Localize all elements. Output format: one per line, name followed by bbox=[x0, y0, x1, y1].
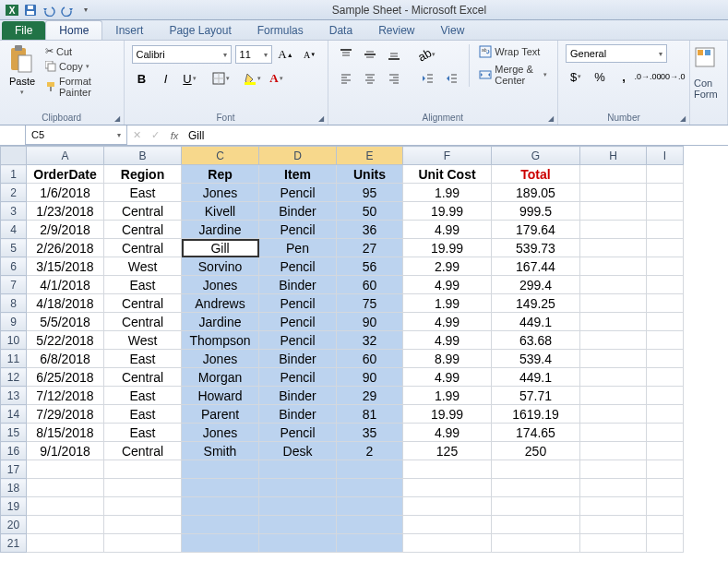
increase-indent-button[interactable] bbox=[441, 68, 461, 89]
cell[interactable] bbox=[647, 534, 684, 553]
cell[interactable] bbox=[337, 460, 403, 479]
cell[interactable] bbox=[647, 239, 684, 257]
align-left-button[interactable] bbox=[336, 68, 356, 89]
cell[interactable]: 95 bbox=[337, 184, 403, 202]
cell[interactable]: 999.5 bbox=[492, 202, 580, 221]
borders-button[interactable]: ▾ bbox=[211, 68, 232, 89]
cell[interactable] bbox=[647, 479, 684, 497]
cell[interactable]: Pencil bbox=[259, 257, 337, 276]
row-header[interactable]: 18 bbox=[1, 479, 27, 497]
cell[interactable]: 81 bbox=[337, 405, 403, 424]
bold-button[interactable]: B bbox=[132, 68, 152, 89]
cell[interactable] bbox=[182, 497, 259, 516]
cell[interactable] bbox=[580, 313, 647, 331]
cell[interactable] bbox=[580, 294, 647, 313]
cell[interactable]: Jardine bbox=[182, 221, 259, 239]
align-center-button[interactable] bbox=[360, 68, 380, 89]
cell[interactable]: 149.25 bbox=[492, 294, 580, 313]
cell[interactable]: Units bbox=[337, 165, 403, 184]
accounting-format-button[interactable]: $▾ bbox=[566, 66, 586, 87]
cell[interactable]: Rep bbox=[182, 165, 259, 184]
cell[interactable]: 90 bbox=[337, 313, 403, 331]
fill-color-button[interactable]: ▾ bbox=[243, 68, 263, 89]
cell[interactable] bbox=[647, 350, 684, 368]
cell[interactable] bbox=[647, 257, 684, 276]
cell[interactable]: 60 bbox=[337, 350, 403, 368]
tab-view[interactable]: View bbox=[428, 21, 478, 40]
column-header[interactable]: E bbox=[337, 147, 403, 165]
cell[interactable] bbox=[580, 257, 647, 276]
cell[interactable]: 1/6/2018 bbox=[27, 184, 104, 202]
cell[interactable] bbox=[580, 405, 647, 424]
cell[interactable] bbox=[492, 516, 580, 534]
cell[interactable] bbox=[580, 221, 647, 239]
cell[interactable] bbox=[403, 534, 492, 553]
decrease-decimal-button[interactable]: .00→.0 bbox=[662, 66, 682, 87]
cell[interactable]: 299.4 bbox=[492, 276, 580, 294]
cell[interactable] bbox=[647, 184, 684, 202]
cell[interactable] bbox=[104, 460, 182, 479]
cell[interactable] bbox=[104, 516, 182, 534]
font-dialog-launcher-icon[interactable]: ◢ bbox=[316, 113, 326, 123]
cell[interactable]: Jardine bbox=[182, 313, 259, 331]
cell[interactable]: Binder bbox=[259, 405, 337, 424]
cell[interactable] bbox=[259, 460, 337, 479]
save-icon[interactable] bbox=[22, 2, 39, 18]
cell[interactable]: Pencil bbox=[259, 294, 337, 313]
cell[interactable]: 4/18/2018 bbox=[27, 294, 104, 313]
column-header[interactable]: F bbox=[403, 147, 492, 165]
cut-button[interactable]: ✂Cut bbox=[42, 44, 116, 58]
column-header[interactable]: H bbox=[580, 147, 647, 165]
cell[interactable]: Howard bbox=[182, 387, 259, 405]
cell[interactable]: Sorvino bbox=[182, 257, 259, 276]
cell[interactable]: 189.05 bbox=[492, 184, 580, 202]
cell[interactable]: West bbox=[104, 331, 182, 350]
cell[interactable]: 125 bbox=[403, 442, 492, 460]
tab-home[interactable]: Home bbox=[45, 20, 102, 40]
cell[interactable]: 1/23/2018 bbox=[27, 202, 104, 221]
cell[interactable]: 174.65 bbox=[492, 424, 580, 442]
cell[interactable] bbox=[337, 534, 403, 553]
cell[interactable]: 1619.19 bbox=[492, 405, 580, 424]
cell[interactable]: Central bbox=[104, 221, 182, 239]
cell[interactable]: East bbox=[104, 350, 182, 368]
merge-center-button[interactable]: Merge & Center▾ bbox=[476, 63, 550, 87]
cell[interactable]: 57.71 bbox=[492, 387, 580, 405]
cell[interactable]: Thompson bbox=[182, 331, 259, 350]
row-header[interactable]: 10 bbox=[1, 331, 27, 350]
cell[interactable]: 2/26/2018 bbox=[27, 239, 104, 257]
conditional-formatting-button[interactable]: Con Form bbox=[694, 46, 723, 100]
cell[interactable]: West bbox=[104, 257, 182, 276]
cell[interactable] bbox=[647, 294, 684, 313]
cell[interactable]: Jones bbox=[182, 424, 259, 442]
cell[interactable]: 539.4 bbox=[492, 350, 580, 368]
increase-decimal-button[interactable]: .0→.00 bbox=[638, 66, 658, 87]
cell[interactable]: East bbox=[104, 424, 182, 442]
row-header[interactable]: 17 bbox=[1, 460, 27, 479]
cell[interactable]: 19.99 bbox=[403, 239, 492, 257]
cell[interactable] bbox=[259, 479, 337, 497]
cell[interactable] bbox=[647, 405, 684, 424]
cell[interactable]: 7/12/2018 bbox=[27, 387, 104, 405]
cell[interactable] bbox=[580, 497, 647, 516]
cell[interactable]: 4.99 bbox=[403, 331, 492, 350]
cell[interactable]: 4.99 bbox=[403, 313, 492, 331]
row-header[interactable]: 21 bbox=[1, 534, 27, 553]
cell[interactable]: 63.68 bbox=[492, 331, 580, 350]
tab-file[interactable]: File bbox=[2, 21, 45, 40]
cell[interactable]: 449.1 bbox=[492, 313, 580, 331]
align-top-button[interactable] bbox=[336, 44, 356, 65]
cell[interactable]: 7/29/2018 bbox=[27, 405, 104, 424]
cell[interactable]: 4/1/2018 bbox=[27, 276, 104, 294]
font-name-combo[interactable]: Calibri▾ bbox=[132, 45, 232, 64]
row-header[interactable]: 16 bbox=[1, 442, 27, 460]
row-header[interactable]: 12 bbox=[1, 368, 27, 387]
cell[interactable] bbox=[492, 497, 580, 516]
cell[interactable]: 90 bbox=[337, 368, 403, 387]
underline-button[interactable]: U▾ bbox=[180, 68, 200, 89]
cell[interactable]: 449.1 bbox=[492, 368, 580, 387]
align-middle-button[interactable] bbox=[360, 44, 380, 65]
tab-insert[interactable]: Insert bbox=[102, 21, 156, 40]
cell[interactable]: Item bbox=[259, 165, 337, 184]
cell[interactable]: Pencil bbox=[259, 368, 337, 387]
